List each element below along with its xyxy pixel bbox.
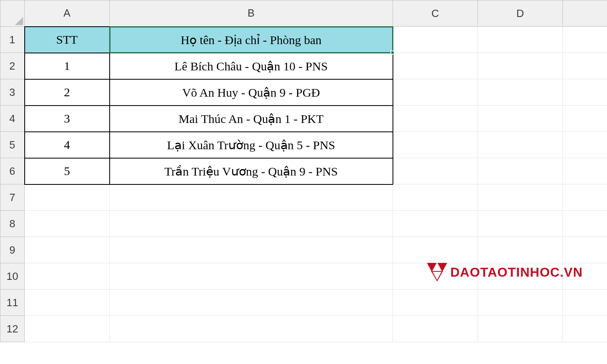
cell-C1[interactable] — [393, 27, 478, 53]
row-6: 65Trần Triệu Vương - Quận 9 - PNS — [0, 158, 607, 184]
row-header-4[interactable]: 4 — [0, 106, 25, 132]
col-header-C[interactable]: C — [393, 0, 478, 27]
row-header-8[interactable]: 8 — [0, 211, 25, 237]
cell-B6[interactable]: Trần Triệu Vương - Quận 9 - PNS — [110, 158, 393, 184]
cell-A10[interactable] — [25, 263, 110, 290]
cell-A12[interactable] — [25, 316, 110, 342]
cell-B1[interactable]: Họ tên - Địa chỉ - Phòng ban — [110, 27, 393, 53]
row-header-1[interactable]: 1 — [0, 27, 25, 53]
cell-extra-2[interactable] — [563, 53, 607, 79]
cell-extra-3[interactable] — [563, 79, 607, 106]
cell-D3[interactable] — [478, 79, 563, 106]
cell-C12[interactable] — [393, 316, 478, 342]
row-11: 11 — [0, 290, 607, 316]
cell-B11[interactable] — [110, 290, 393, 316]
cell-extra-5[interactable] — [563, 132, 607, 158]
cell-D1[interactable] — [478, 27, 563, 53]
row-12: 12 — [0, 316, 607, 342]
cell-extra-4[interactable] — [563, 106, 607, 132]
col-header-A[interactable]: A — [25, 0, 110, 27]
row-header-3[interactable]: 3 — [0, 79, 25, 106]
cell-B4[interactable]: Mai Thúc An - Quận 1 - PKT — [110, 106, 393, 132]
svg-marker-0 — [15, 17, 23, 25]
row-4: 43Mai Thúc An - Quận 1 - PKT — [0, 106, 607, 132]
column-header-row: A B C D — [0, 0, 607, 27]
cell-D2[interactable] — [478, 53, 563, 79]
row-7: 7 — [0, 184, 607, 211]
row-header-9[interactable]: 9 — [0, 237, 25, 263]
cell-B12[interactable] — [110, 316, 393, 342]
cell-D6[interactable] — [478, 158, 563, 184]
cell-A6[interactable]: 5 — [25, 158, 110, 184]
cell-B2[interactable]: Lê Bích Châu - Quận 10 - PNS — [110, 53, 393, 79]
cell-B7[interactable] — [110, 184, 393, 211]
cell-extra-12[interactable] — [563, 316, 607, 342]
cell-D9[interactable] — [478, 237, 563, 263]
cell-extra-9[interactable] — [563, 237, 607, 263]
cell-A3[interactable]: 2 — [25, 79, 110, 106]
spreadsheet-grid[interactable]: A B C D 1STTHọ tên - Địa chỉ - Phòng ban… — [0, 0, 607, 342]
col-header-extra[interactable] — [563, 0, 607, 27]
cell-C3[interactable] — [393, 79, 478, 106]
cell-D10[interactable] — [478, 263, 563, 290]
cell-A9[interactable] — [25, 237, 110, 263]
cell-A5[interactable]: 4 — [25, 132, 110, 158]
cell-C6[interactable] — [393, 158, 478, 184]
row-header-7[interactable]: 7 — [0, 184, 25, 211]
row-8: 8 — [0, 211, 607, 237]
select-all-corner[interactable] — [0, 0, 25, 27]
row-1: 1STTHọ tên - Địa chỉ - Phòng ban — [0, 27, 607, 53]
row-9: 9 — [0, 237, 607, 263]
cell-D7[interactable] — [478, 184, 563, 211]
row-header-2[interactable]: 2 — [0, 53, 25, 79]
row-2: 21Lê Bích Châu - Quận 10 - PNS — [0, 53, 607, 79]
cell-B5[interactable]: Lại Xuân Trường - Quận 5 - PNS — [110, 132, 393, 158]
cell-extra-11[interactable] — [563, 290, 607, 316]
cell-A7[interactable] — [25, 184, 110, 211]
cell-B3[interactable]: Võ An Huy - Quận 9 - PGĐ — [110, 79, 393, 106]
cell-C4[interactable] — [393, 106, 478, 132]
cell-C9[interactable] — [393, 237, 478, 263]
cell-A1[interactable]: STT — [25, 27, 110, 53]
row-header-10[interactable]: 10 — [0, 263, 25, 290]
cell-A2[interactable]: 1 — [25, 53, 110, 79]
cell-D11[interactable] — [478, 290, 563, 316]
cell-B9[interactable] — [110, 237, 393, 263]
cell-C7[interactable] — [393, 184, 478, 211]
cell-C11[interactable] — [393, 290, 478, 316]
cell-C10[interactable] — [393, 263, 478, 290]
cell-D4[interactable] — [478, 106, 563, 132]
cell-A11[interactable] — [25, 290, 110, 316]
cell-B8[interactable] — [110, 211, 393, 237]
col-header-B[interactable]: B — [110, 0, 393, 27]
cell-B10[interactable] — [110, 263, 393, 290]
cell-A4[interactable]: 3 — [25, 106, 110, 132]
cell-C5[interactable] — [393, 132, 478, 158]
row-header-5[interactable]: 5 — [0, 132, 25, 158]
cell-extra-1[interactable] — [563, 27, 607, 53]
cell-D12[interactable] — [478, 316, 563, 342]
cell-extra-6[interactable] — [563, 158, 607, 184]
cell-C2[interactable] — [393, 53, 478, 79]
col-header-D[interactable]: D — [478, 0, 563, 27]
cell-D8[interactable] — [478, 211, 563, 237]
cell-C8[interactable] — [393, 211, 478, 237]
cell-D5[interactable] — [478, 132, 563, 158]
row-header-12[interactable]: 12 — [0, 316, 25, 342]
cell-A8[interactable] — [25, 211, 110, 237]
cell-extra-7[interactable] — [563, 184, 607, 211]
row-header-11[interactable]: 11 — [0, 290, 25, 316]
row-5: 54Lại Xuân Trường - Quận 5 - PNS — [0, 132, 607, 158]
cell-extra-10[interactable] — [563, 263, 607, 290]
row-header-6[interactable]: 6 — [0, 158, 25, 184]
row-10: 10 — [0, 263, 607, 290]
cell-extra-8[interactable] — [563, 211, 607, 237]
row-3: 32Võ An Huy - Quận 9 - PGĐ — [0, 79, 607, 106]
